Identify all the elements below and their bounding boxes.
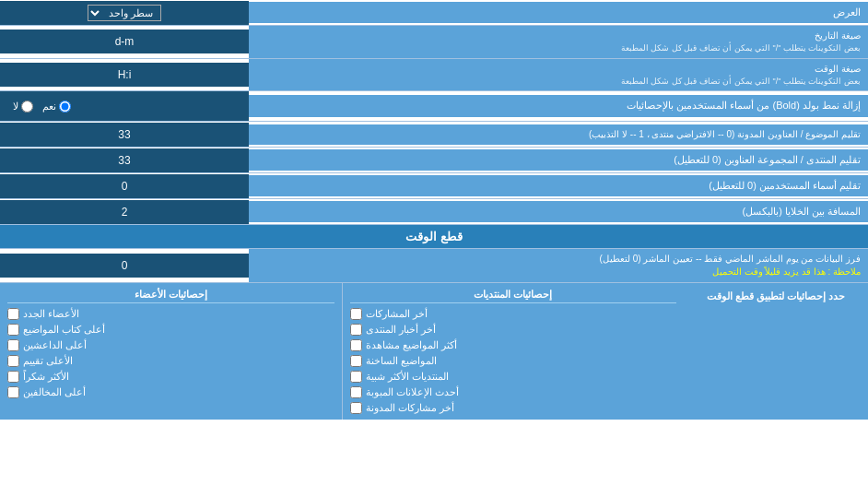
display-label: العرض	[249, 2, 868, 23]
trim-users-label: تقليم أسماء المستخدمين (0 للتعطيل)	[249, 175, 868, 196]
display-select[interactable]: سطر واحد سطرين ثلاثة أسطر	[88, 5, 161, 21]
bold-no-label[interactable]: لا	[13, 101, 33, 112]
cell-spacing-field[interactable]	[6, 206, 243, 219]
data-sort-label: فرز البيانات من يوم الماشر الماضي فقط --…	[249, 249, 868, 282]
trim-forum-row: تقليم المنتدى / المجموعة العناوين (0 للت…	[0, 148, 868, 173]
trim-users-row: تقليم أسماء المستخدمين (0 للتعطيل)	[0, 173, 868, 199]
checkbox-top-online[interactable]: أعلى الداعشين	[7, 337, 334, 353]
display-input[interactable]: سطر واحد سطرين ثلاثة أسطر	[0, 1, 249, 25]
data-sort-input[interactable]	[0, 254, 249, 278]
trim-forum-input[interactable]	[0, 148, 249, 172]
checkbox-last-posts[interactable]: أخر المشاركات	[350, 306, 677, 322]
data-sort-field[interactable]	[6, 259, 243, 272]
trim-users-field[interactable]	[6, 180, 243, 193]
date-format-row: صيغة التاريخ بعض التكوينات يتطلب "/" الت…	[0, 26, 868, 59]
trim-forum-field[interactable]	[6, 154, 243, 167]
date-format-input[interactable]	[0, 30, 249, 53]
bold-remove-row: إزالة نمط بولد (Bold) من أسماء المستخدمي…	[0, 91, 868, 122]
forum-stats-header: إحصائيات المنتديات	[350, 287, 677, 303]
forum-stats-col: إحصائيات المنتديات أخر المشاركات أخر أخب…	[343, 283, 685, 420]
date-format-field[interactable]	[6, 35, 243, 48]
trim-topics-input[interactable]	[0, 123, 249, 147]
time-format-input[interactable]	[0, 63, 249, 87]
checkbox-top-warned[interactable]: أعلى المخالفين	[7, 385, 334, 400]
checkbox-top-posters[interactable]: أعلى كتاب المواضيع	[7, 322, 334, 337]
checkbox-last-blog-posts[interactable]: أخر مشاركات المدونة	[350, 400, 677, 416]
cell-spacing-input[interactable]	[0, 200, 249, 224]
bold-yes-radio[interactable]	[59, 101, 71, 112]
data-sort-row: فرز البيانات من يوم الماشر الماضي فقط --…	[0, 249, 868, 283]
cell-spacing-row: المسافة بين الخلايا (بالبكسل)	[0, 199, 868, 225]
bold-remove-input: نعم لا	[0, 91, 249, 121]
time-format-row: صيغة الوقت بعض التكوينات يتطلب "/" التي …	[0, 59, 868, 92]
checkbox-hot-topics[interactable]: المواضيع الساخنة	[350, 353, 677, 369]
bold-remove-label: إزالة نمط بولد (Bold) من أسماء المستخدمي…	[249, 95, 868, 116]
checkbox-latest-classifieds[interactable]: أحدث الإعلانات المبوبة	[350, 385, 677, 400]
checkboxes-apply-label: حدد إحصائيات لتطبيق قطع الوقت	[684, 283, 868, 420]
date-format-label: صيغة التاريخ بعض التكوينات يتطلب "/" الت…	[249, 26, 868, 58]
trim-topics-row: تقليم الموضوع / العناوين المدونة (0 -- ا…	[0, 122, 868, 148]
member-stats-col: إحصائيات الأعضاء الأعضاء الجدد أعلى كتاب…	[0, 283, 342, 420]
checkbox-new-members[interactable]: الأعضاء الجدد	[7, 306, 334, 322]
checkbox-similar-forums[interactable]: المنتديات الأكثر شبية	[350, 369, 677, 385]
time-format-label: صيغة الوقت بعض التكوينات يتطلب "/" التي …	[249, 59, 868, 91]
display-row: العرض سطر واحد سطرين ثلاثة أسطر	[0, 0, 868, 26]
bold-no-radio[interactable]	[21, 101, 33, 112]
trim-topics-field[interactable]	[6, 128, 243, 141]
checkboxes-section: حدد إحصائيات لتطبيق قطع الوقت إحصائيات ا…	[0, 283, 868, 420]
checkbox-most-thanked[interactable]: الأكثر شكراً	[7, 369, 334, 385]
member-stats-header: إحصائيات الأعضاء	[7, 287, 334, 303]
col-divider	[342, 283, 343, 420]
bold-yes-label[interactable]: نعم	[42, 101, 71, 112]
checkbox-top-rated[interactable]: الأعلى تقييم	[7, 353, 334, 369]
cell-spacing-label: المسافة بين الخلايا (بالبكسل)	[249, 201, 868, 222]
trim-users-input[interactable]	[0, 174, 249, 198]
trim-topics-label: تقليم الموضوع / العناوين المدونة (0 -- ا…	[249, 124, 868, 145]
time-format-field[interactable]	[6, 68, 243, 81]
checkbox-last-news[interactable]: أخر أخبار المنتدى	[350, 322, 677, 337]
trim-forum-label: تقليم المنتدى / المجموعة العناوين (0 للت…	[249, 149, 868, 171]
checkbox-most-viewed[interactable]: أكثر المواضيع مشاهدة	[350, 337, 677, 353]
realtime-header: قطع الوقت	[0, 225, 868, 249]
